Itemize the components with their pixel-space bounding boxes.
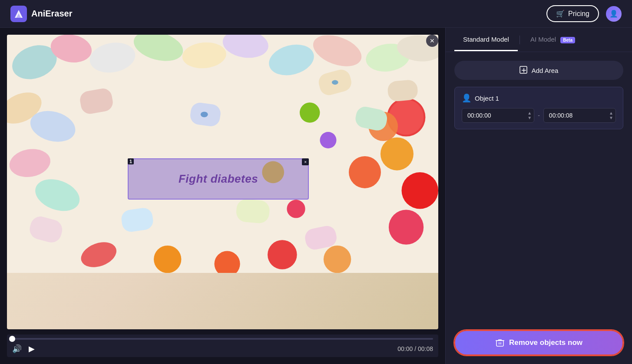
object-card-header: 👤 Object 1	[462, 93, 616, 103]
start-time-down[interactable]: ▼	[527, 116, 532, 120]
svg-rect-36	[317, 68, 354, 97]
svg-point-27	[214, 251, 240, 273]
svg-rect-42	[303, 224, 338, 251]
remove-icon	[495, 338, 505, 348]
tab-standard-model[interactable]: Standard Model	[454, 29, 518, 51]
volume-icon: 🔊	[12, 344, 22, 354]
tab-standard-label: Standard Model	[463, 36, 509, 43]
svg-point-10	[265, 40, 318, 80]
svg-rect-41	[235, 198, 270, 224]
header-left: AniEraser	[10, 6, 73, 22]
bottom-area: Remove objects now	[446, 323, 632, 364]
end-time-spinners: ▲ ▼	[609, 111, 613, 120]
svg-point-33	[287, 200, 305, 218]
selection-text: Fight diabetes	[179, 172, 258, 186]
remove-objects-label: Remove objects now	[509, 338, 582, 347]
svg-point-20	[381, 138, 414, 171]
end-time-up[interactable]: ▲	[609, 111, 613, 115]
svg-point-11	[309, 35, 366, 72]
add-area-icon	[519, 66, 528, 75]
video-panel: ✕	[0, 28, 445, 364]
time-range-row: ▲ ▼ - ▲ ▼	[462, 108, 616, 123]
svg-point-24	[389, 210, 424, 245]
svg-point-29	[324, 246, 351, 273]
svg-rect-35	[189, 102, 222, 128]
volume-button[interactable]: 🔊	[12, 344, 22, 354]
beta-badge: Beta	[560, 37, 575, 43]
svg-point-7	[130, 35, 186, 66]
svg-rect-3	[7, 35, 438, 273]
selection-number: 1	[128, 158, 134, 164]
tab-divider	[519, 36, 520, 44]
video-background: 1 × Fight diabetes	[7, 35, 438, 329]
pricing-button[interactable]: 🛒 Pricing	[546, 5, 599, 22]
start-time-up[interactable]: ▲	[527, 111, 532, 115]
pricing-label: Pricing	[568, 10, 589, 18]
cart-icon: 🛒	[556, 10, 565, 18]
svg-point-16	[7, 146, 53, 180]
svg-rect-45	[520, 66, 527, 73]
svg-rect-40	[120, 207, 154, 233]
svg-point-8	[181, 41, 227, 70]
app-name: AniEraser	[31, 9, 73, 19]
svg-rect-37	[354, 105, 389, 132]
progress-bar[interactable]	[12, 338, 433, 340]
tabs-header: Standard Model AI Model Beta	[446, 28, 632, 52]
svg-rect-38	[387, 79, 418, 102]
svg-rect-34	[79, 87, 114, 115]
avatar-icon: 👤	[609, 10, 618, 18]
svg-point-25	[78, 238, 120, 272]
end-time-wrap: ▲ ▼	[543, 108, 616, 123]
svg-rect-48	[496, 341, 503, 346]
video-container: 1 × Fight diabetes	[7, 35, 438, 329]
app-logo	[10, 6, 27, 22]
time-separator: -	[538, 112, 540, 119]
app-header: AniEraser 🛒 Pricing 👤	[0, 0, 632, 28]
svg-point-5	[49, 35, 94, 66]
svg-point-14	[7, 86, 46, 130]
svg-point-17	[31, 174, 84, 217]
tab-ai-label: AI Model	[530, 36, 556, 43]
tab-ai-model[interactable]: AI Model Beta	[522, 29, 584, 51]
svg-point-9	[221, 35, 270, 61]
end-time-down[interactable]: ▼	[609, 116, 613, 120]
start-time-wrap: ▲ ▼	[462, 108, 534, 123]
object-card-icon: 👤	[462, 93, 471, 103]
right-content: Add Area 👤 Object 1 ▲ ▼ -	[446, 52, 632, 323]
svg-point-6	[87, 39, 138, 76]
progress-thumb[interactable]	[9, 336, 15, 342]
svg-point-30	[300, 102, 320, 122]
right-panel: Standard Model AI Model Beta Add Area	[445, 28, 632, 364]
svg-point-43	[201, 111, 208, 117]
candy-scene	[7, 35, 438, 273]
svg-rect-39	[27, 214, 64, 245]
avatar[interactable]: 👤	[606, 6, 622, 22]
object-selection-box[interactable]: 1 × Fight diabetes	[128, 158, 309, 200]
selection-close-button[interactable]: ×	[302, 158, 309, 165]
add-area-button[interactable]: Add Area	[454, 61, 623, 80]
time-display: 00:00 / 00:08	[397, 345, 433, 352]
svg-point-22	[368, 111, 398, 141]
video-controls: 🔊 ▶ 00:00 / 00:08	[7, 334, 438, 357]
start-time-input[interactable]	[462, 108, 534, 123]
svg-point-26	[154, 246, 181, 273]
svg-point-21	[401, 172, 438, 209]
main-layout: ✕	[0, 28, 632, 364]
play-button[interactable]: ▶	[29, 344, 35, 354]
play-icon: ▶	[29, 344, 35, 354]
header-right: 🛒 Pricing 👤	[546, 5, 622, 22]
svg-point-18	[387, 98, 426, 137]
start-time-spinners: ▲ ▼	[527, 111, 532, 120]
svg-point-12	[364, 41, 411, 74]
svg-point-15	[27, 106, 79, 147]
svg-point-31	[320, 132, 336, 148]
end-time-input[interactable]	[543, 108, 616, 123]
svg-point-19	[389, 100, 424, 134]
video-close-button[interactable]: ✕	[426, 35, 438, 47]
add-area-label: Add Area	[532, 67, 559, 74]
object-card-title: Object 1	[475, 95, 499, 102]
remove-objects-button[interactable]: Remove objects now	[454, 330, 623, 355]
svg-point-4	[7, 39, 62, 85]
svg-point-23	[349, 156, 381, 188]
svg-point-28	[268, 240, 297, 269]
